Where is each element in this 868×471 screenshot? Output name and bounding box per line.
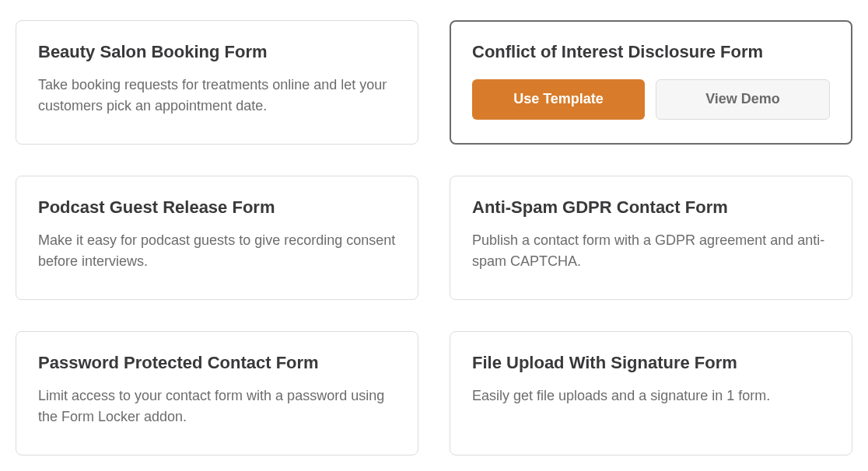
template-card-password-protected[interactable]: Password Protected Contact Form Limit ac… [16, 331, 418, 455]
card-description: Limit access to your contact form with a… [38, 386, 396, 427]
card-description: Publish a contact form with a GDPR agree… [472, 230, 830, 272]
card-description: Easily get file uploads and a signature … [472, 386, 830, 406]
card-title: Podcast Guest Release Form [38, 197, 396, 219]
card-description: Take booking requests for treatments onl… [38, 75, 396, 117]
card-title: Password Protected Contact Form [38, 352, 396, 375]
card-actions: Use Template View Demo [472, 79, 830, 120]
card-title: Anti-Spam GDPR Contact Form [472, 197, 830, 219]
template-card-file-upload-signature[interactable]: File Upload With Signature Form Easily g… [450, 331, 852, 455]
template-card-conflict-of-interest[interactable]: Conflict of Interest Disclosure Form Use… [450, 20, 852, 145]
card-title: Conflict of Interest Disclosure Form [472, 41, 830, 64]
template-grid: Beauty Salon Booking Form Take booking r… [16, 20, 852, 455]
view-demo-button[interactable]: View Demo [656, 79, 830, 120]
template-card-beauty-salon[interactable]: Beauty Salon Booking Form Take booking r… [16, 20, 418, 145]
card-title: Beauty Salon Booking Form [38, 41, 396, 64]
card-title: File Upload With Signature Form [472, 352, 830, 375]
template-card-podcast-guest[interactable]: Podcast Guest Release Form Make it easy … [16, 176, 418, 300]
card-description: Make it easy for podcast guests to give … [38, 230, 396, 272]
use-template-button[interactable]: Use Template [472, 79, 645, 120]
template-card-anti-spam-gdpr[interactable]: Anti-Spam GDPR Contact Form Publish a co… [450, 176, 852, 300]
